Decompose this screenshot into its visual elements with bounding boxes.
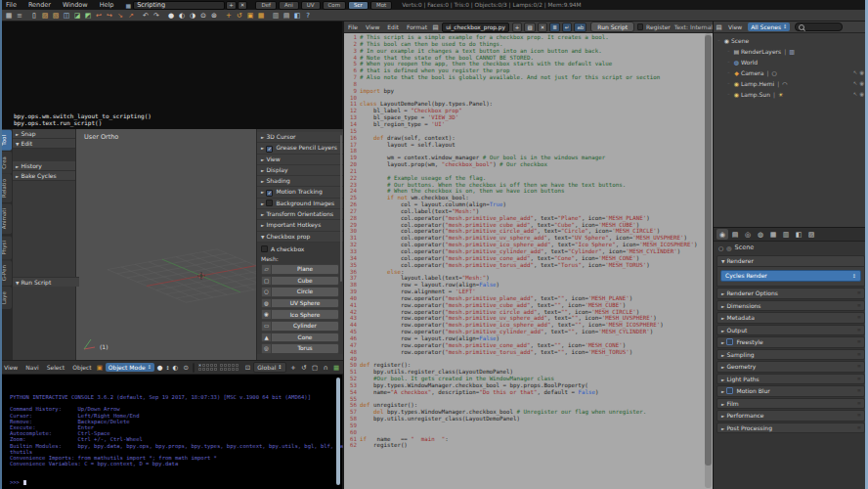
prop-panel-freestyle[interactable]: ►Freestyle≡ — [716, 336, 865, 348]
layout-tab-def[interactable]: Def — [255, 1, 277, 10]
panel-checkbox[interactable]: ✓ — [266, 190, 273, 197]
pin-icon[interactable]: ○ — [718, 244, 723, 251]
restrict-icons[interactable]: ↖ ◉ — [853, 89, 864, 100]
layer-square[interactable] — [202, 368, 205, 371]
transform-orientation-select[interactable]: Global↕ — [253, 362, 285, 373]
import-icon[interactable]: ↘ — [115, 11, 125, 20]
layer-square[interactable] — [220, 364, 223, 367]
prop-panel-geometry[interactable]: ►Geometry≡ — [716, 361, 865, 373]
toolshelf-tab-crea[interactable]: Crea — [1, 152, 12, 174]
menu-window[interactable]: Window — [57, 1, 94, 9]
console-input-line[interactable]: >>> — [10, 479, 26, 485]
layer-square[interactable] — [198, 368, 201, 371]
render-engine-select[interactable]: Cycles Render ↕ — [720, 270, 861, 282]
toolshelf-panel-bake-cycles[interactable]: ►Bake Cycles — [13, 171, 75, 181]
disclosure-dot[interactable]: ◦ — [717, 35, 720, 46]
prop-panel-performance[interactable]: ►Performance≡ — [716, 410, 865, 422]
mesh-button-cube[interactable]: ▢Cube — [261, 276, 339, 287]
layer-square[interactable] — [210, 364, 213, 367]
mode-select[interactable]: Object Mode↕ — [106, 363, 154, 372]
mesh-button-ico-sphere[interactable]: ◉Ico Sphere — [261, 309, 339, 320]
render-preview-icon[interactable]: ◑ — [188, 11, 197, 20]
lock-icon[interactable]: ⊡ — [245, 364, 250, 372]
outliner-row-lamp-hemi[interactable]: ◦◉Lamp.Hemi|◠↖ ◉ — [714, 78, 868, 89]
layer-square[interactable] — [206, 364, 209, 367]
layer-square[interactable] — [224, 364, 227, 367]
snap-magnet-icon[interactable]: ∩ — [322, 364, 330, 372]
npanel-panel-important-hotkeys[interactable]: ►Important Hotkeys — [257, 220, 343, 231]
mesh-button-circle[interactable]: ○Circle — [261, 287, 339, 297]
panel-checkbox[interactable]: ✓ — [266, 146, 273, 153]
layer-square[interactable] — [232, 368, 235, 371]
menu-render[interactable]: Render — [22, 1, 57, 9]
screen-split-icon[interactable]: ◧ — [292, 11, 302, 20]
layer-square[interactable] — [214, 364, 217, 367]
outliner-row-scene[interactable]: ◦◉Scene — [714, 35, 868, 46]
copy-icon[interactable]: ▥ — [271, 11, 281, 20]
viewport-render-preview-icon[interactable] — [193, 363, 195, 373]
open-text-button[interactable]: ▨ — [524, 22, 535, 32]
python-console[interactable]: PYTHON INTERACTIVE CONSOLE 3.6.2 (defaul… — [0, 375, 343, 489]
transform-icon[interactable]: + — [224, 11, 234, 20]
layer-square[interactable] — [236, 368, 239, 371]
layer-square[interactable] — [198, 364, 201, 367]
manipulator-scale-icon[interactable]: ▢ — [311, 364, 320, 372]
menu-view[interactable]: View — [0, 364, 22, 371]
code-area[interactable]: 1# This script is a simple example for a… — [344, 34, 704, 449]
undo-icon[interactable]: ↶ — [141, 11, 151, 20]
tab-data[interactable]: ◧ — [793, 229, 804, 240]
menu-view[interactable]: View — [362, 23, 383, 30]
npanel-panel-transform-orientations[interactable]: ►Transform Orientations — [257, 209, 343, 220]
rotate-icon[interactable]: ↺ — [235, 11, 244, 20]
npanel-panel-display[interactable]: ►Display — [257, 165, 343, 176]
toolshelf-tab-tool[interactable]: Tool — [1, 130, 12, 151]
outliner-display-select[interactable]: All Scenes↕ — [748, 22, 790, 31]
menu-navi[interactable]: Navi — [22, 364, 42, 371]
toolshelf-panel-snap[interactable]: ►Snap — [13, 129, 75, 139]
layout-tab-uv[interactable]: UV — [301, 1, 321, 10]
append-data-icon[interactable]: ↪ — [105, 11, 114, 20]
manipulator-rotate-icon[interactable]: ↺ — [300, 364, 309, 372]
tab-render-layers[interactable]: ▤ — [729, 229, 741, 240]
disclosure-dot[interactable]: ◦ — [727, 46, 730, 57]
console-scrollbar[interactable] — [336, 378, 340, 485]
layout-tab-ani[interactable]: Ani — [279, 1, 299, 10]
open-recent-icon[interactable]: ▧ — [51, 11, 61, 20]
mesh-button-cylinder[interactable]: ▭Cylinder — [261, 321, 339, 332]
window-type-icon[interactable]: ▦ — [4, 11, 14, 20]
disclosure-dot[interactable]: ◦ — [727, 67, 730, 78]
layer-square[interactable] — [224, 368, 227, 371]
npanel-panel-3d-cursor[interactable]: ►3D Cursor — [257, 132, 343, 143]
prop-panel-post-processing[interactable]: ►Post Processing≡ — [716, 422, 865, 434]
prop-panel-motion-blur[interactable]: ►Motion Blur≡ — [716, 385, 865, 397]
delete-layout-button[interactable]: ✕ — [238, 1, 248, 10]
prop-panel-metadata[interactable]: ►Metadata≡ — [716, 312, 865, 324]
menu-object[interactable]: Object — [68, 364, 96, 371]
scale-icon[interactable]: ▣ — [245, 11, 255, 20]
new-file-icon[interactable]: ▯ — [29, 11, 39, 20]
disclosure-dot[interactable]: ◦ — [727, 57, 730, 67]
npanel-panel-motion-tracking[interactable]: ►✓Motion Tracking — [257, 187, 343, 198]
npanel-panel-background-images[interactable]: ►Background Images — [257, 199, 343, 209]
panel-checkbox[interactable] — [726, 387, 733, 394]
syntax-highlight-toggle[interactable]: ab — [574, 22, 586, 32]
toolshelf-tab-animati[interactable]: Animati — [1, 203, 12, 234]
layout-tab-mot[interactable]: Mot — [370, 1, 392, 10]
play-render-icon[interactable]: ⊙ — [198, 11, 208, 20]
text-name-field[interactable]: ui_checkbox_prop.py — [442, 22, 509, 32]
snap-icon[interactable]: ▦ — [256, 11, 266, 20]
outliner-row-renderlayers[interactable]: ◦▤RenderLayers|▥ — [714, 46, 868, 57]
npanel-panel-checkbox-prop[interactable]: ▼Checkbox prop — [257, 232, 343, 243]
layer-square[interactable] — [210, 368, 213, 371]
run-script-button[interactable]: Run Script — [590, 22, 634, 32]
prop-panel-film[interactable]: ►Film≡ — [716, 398, 865, 410]
menu-format[interactable]: Format — [403, 23, 431, 30]
layer-square[interactable] — [236, 364, 239, 367]
menu-help[interactable]: Help — [94, 1, 120, 9]
toolshelf-panel-edit[interactable]: ▼Edit — [13, 139, 75, 149]
prop-panel-dimensions[interactable]: ►Dimensions≡ — [716, 300, 865, 312]
prop-panel-sampling[interactable]: ►Sampling≡ — [716, 349, 865, 361]
run-script-panel-header[interactable]: ▼Run Script — [13, 277, 79, 287]
layout-tab-scr[interactable]: Scr — [348, 1, 369, 10]
a-checkbox[interactable] — [261, 245, 268, 252]
